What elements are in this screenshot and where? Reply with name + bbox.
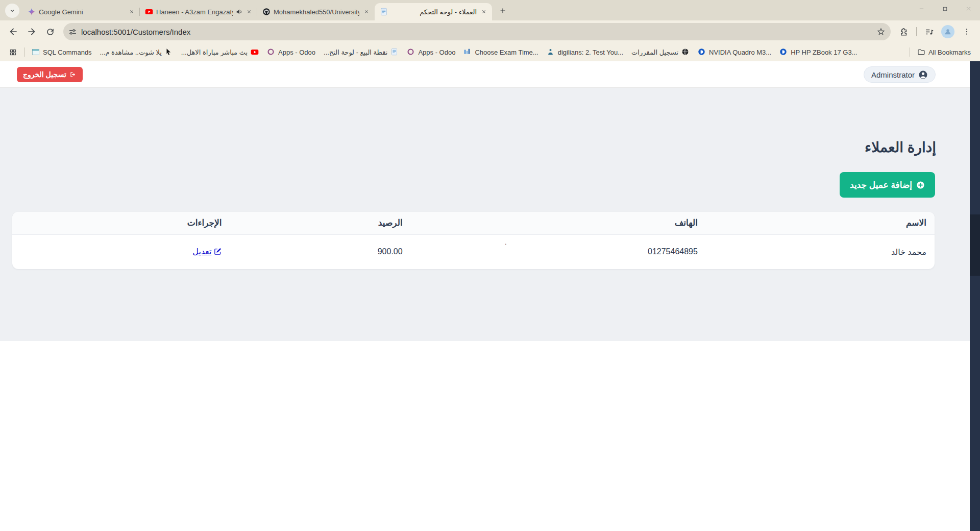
close-icon[interactable] xyxy=(128,8,136,16)
bookmark-pos-dashboard[interactable]: نقطة البيع - لوحة التح... xyxy=(320,46,403,58)
tab-youtube-haneen[interactable]: Haneen - A3zam Engazaty xyxy=(140,3,257,20)
window-controls xyxy=(910,0,980,17)
stray-dot: . xyxy=(505,238,507,246)
close-window-button[interactable] xyxy=(957,0,980,17)
bookmarks-divider xyxy=(910,47,910,57)
header-phone: الهاتف xyxy=(411,212,706,234)
address-bar[interactable]: localhost:5001/Customers/Index xyxy=(63,23,891,40)
all-bookmarks-button[interactable]: All Bookmarks xyxy=(913,46,975,58)
bookmarks-bar: SQL Commands يلا شوت.. مشاهدة م... بث مب… xyxy=(0,43,980,61)
close-icon[interactable] xyxy=(480,8,488,16)
bookmark-course-registration[interactable]: تسجيل المقررات xyxy=(627,46,694,58)
bookmark-nvidia-quadro[interactable]: NVIDIA Quadro M3... xyxy=(694,46,775,58)
tab-title: Google Gemini xyxy=(39,8,125,16)
cell-phone: 01275464895 xyxy=(411,234,706,269)
bookmark-yalla-shoot[interactable]: يلا شوت.. مشاهدة م... xyxy=(96,46,177,58)
tab-title: Haneen - A3zam Engazaty xyxy=(156,8,233,16)
all-bookmarks-label: All Bookmarks xyxy=(928,49,971,56)
cell-actions: تعديل xyxy=(12,234,230,269)
logout-button[interactable]: تسجيل الخروج xyxy=(17,67,83,82)
page-content: إدارة العملاء إضافة عميل جديد الاسم الها… xyxy=(0,88,970,341)
cell-name: محمد خالد xyxy=(706,234,935,269)
document-icon xyxy=(390,48,399,56)
toolbar-divider xyxy=(916,27,917,36)
close-icon[interactable] xyxy=(245,8,253,16)
document-icon xyxy=(380,8,388,16)
bookmark-label: Apps - Odoo xyxy=(278,49,315,56)
apps-grid-icon xyxy=(9,49,17,56)
youtube-icon xyxy=(251,48,259,56)
edit-label: تعديل xyxy=(192,247,211,256)
back-button[interactable] xyxy=(5,23,21,40)
admin-user-badge[interactable]: Adminstrator xyxy=(864,66,936,83)
bookmark-odoo-2[interactable]: Apps - Odoo xyxy=(403,46,459,58)
reload-button[interactable] xyxy=(42,23,58,40)
forward-button[interactable] xyxy=(23,23,40,40)
gemini-icon xyxy=(28,8,36,16)
minimize-button[interactable] xyxy=(910,0,933,17)
plus-circle-icon xyxy=(916,181,925,189)
close-icon[interactable] xyxy=(362,8,371,16)
toolbar-right-icons xyxy=(895,23,976,40)
window-icon xyxy=(32,48,40,56)
header-name: الاسم xyxy=(706,212,935,234)
bookmark-label: Choose Exam Time... xyxy=(475,49,538,56)
bookmark-exam-time[interactable]: Choose Exam Time... xyxy=(459,46,542,58)
browser-menu-icon[interactable] xyxy=(959,23,975,40)
url-text[interactable]: localhost:5001/Customers/Index xyxy=(81,28,876,36)
profile-avatar[interactable] xyxy=(941,25,954,38)
github-icon xyxy=(262,8,271,16)
tab-search-button[interactable] xyxy=(5,4,19,18)
media-controls-icon[interactable] xyxy=(921,23,937,40)
edit-pencil-icon xyxy=(214,248,222,255)
browser-toolbar: localhost:5001/Customers/Index xyxy=(0,20,980,43)
table-header-row: الاسم الهاتف الرصيد الإجراءات xyxy=(12,212,935,234)
maximize-button[interactable] xyxy=(933,0,957,17)
header-actions: الإجراءات xyxy=(12,212,230,234)
admin-label: Adminstrator xyxy=(871,70,915,79)
bookmark-live-match[interactable]: بث مباشر مباراة الاهل... xyxy=(177,46,263,58)
page-scrollbar[interactable] xyxy=(970,61,980,531)
speaker-icon[interactable] xyxy=(236,8,243,15)
site-settings-icon[interactable] xyxy=(68,28,77,36)
bookmark-label: digilians: 2. Test You... xyxy=(558,49,623,56)
page-title: إدارة العملاء xyxy=(865,139,936,156)
bookmark-label: NVIDIA Quadro M3... xyxy=(709,49,771,56)
bookmark-digilians[interactable]: digilians: 2. Test You... xyxy=(543,46,627,58)
edit-link[interactable]: تعديل xyxy=(192,247,222,256)
table-row: محمد خالد 01275464895 900.00 تعديل xyxy=(12,234,935,269)
bookmark-hp-zbook[interactable]: HP HP ZBook 17 G3... xyxy=(775,46,861,58)
tab-google-gemini[interactable]: Google Gemini xyxy=(22,3,140,20)
tab-title: العملاء - لوحة التحكم xyxy=(392,8,477,16)
cell-balance: 900.00 xyxy=(230,234,410,269)
new-tab-button[interactable] xyxy=(496,4,509,17)
tab-github-repo[interactable]: Mohamekhaled550/UniversityS xyxy=(257,3,375,20)
person-desk-icon xyxy=(547,48,555,56)
bookmark-label: HP HP ZBook 17 G3... xyxy=(791,49,857,56)
bookmark-odoo-1[interactable]: Apps - Odoo xyxy=(263,46,320,58)
browser-chrome: Google Gemini Haneen - A3zam Engazaty Mo… xyxy=(0,0,980,61)
bookmark-label: نقطة البيع - لوحة التح... xyxy=(324,49,387,56)
cursor-icon xyxy=(165,48,173,56)
d-badge-icon xyxy=(698,48,706,56)
scrollbar-thumb[interactable] xyxy=(970,214,980,276)
bookmark-label: Apps - Odoo xyxy=(418,49,455,56)
apps-shortcut[interactable] xyxy=(5,46,21,58)
add-customer-button[interactable]: إضافة عميل جديد xyxy=(840,172,935,198)
header-balance: الرصيد xyxy=(230,212,410,234)
tab-strip: Google Gemini Haneen - A3zam Engazaty Mo… xyxy=(0,0,980,20)
bookmark-label: يلا شوت.. مشاهدة م... xyxy=(100,49,162,56)
d-badge-icon xyxy=(779,48,788,56)
bookmark-star-icon[interactable] xyxy=(876,27,886,36)
bookmarks-divider xyxy=(24,47,24,57)
folder-icon xyxy=(917,48,925,56)
extensions-puzzle-icon[interactable] xyxy=(896,23,912,40)
page-viewport: تسجيل الخروج Adminstrator إدارة العملاء … xyxy=(0,61,980,531)
tab-customers-dashboard[interactable]: العملاء - لوحة التحكم xyxy=(375,3,492,20)
site-navbar: تسجيل الخروج Adminstrator xyxy=(0,61,970,88)
chevron-down-icon xyxy=(9,8,15,14)
odoo-icon xyxy=(407,48,415,56)
bookmark-label: تسجيل المقررات xyxy=(631,49,678,56)
bookmark-label: بث مباشر مباراة الاهل... xyxy=(181,49,248,56)
bookmark-sql-commands[interactable]: SQL Commands xyxy=(28,46,96,58)
